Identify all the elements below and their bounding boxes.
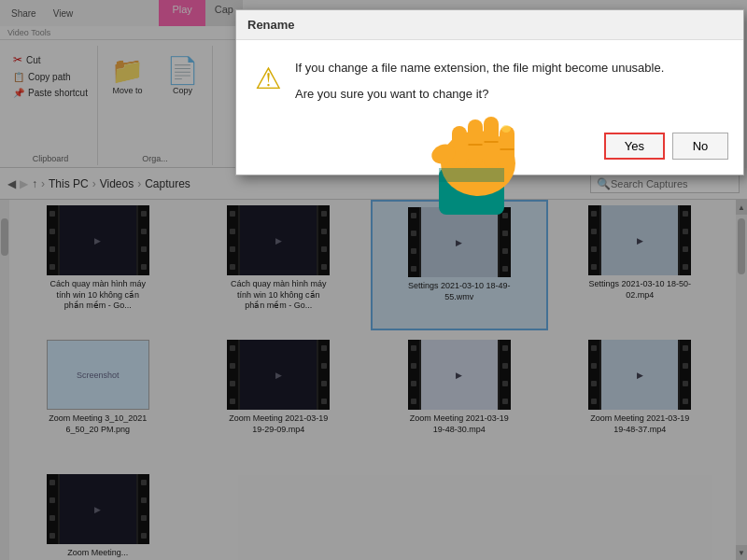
- rename-dialog: Rename ⚠ If you change a file name exten…: [235, 9, 744, 175]
- dialog-warning-row: ⚠ If you change a file name extension, t…: [255, 59, 725, 103]
- dialog-body: ⚠ If you change a file name extension, t…: [236, 40, 743, 123]
- dialog-question-text: Are you sure you want to change it?: [295, 85, 664, 104]
- dialog-titlebar: Rename: [236, 10, 743, 40]
- dialog-buttons: Yes No: [236, 123, 743, 175]
- yes-button[interactable]: Yes: [604, 133, 665, 160]
- no-button[interactable]: No: [672, 133, 728, 160]
- warning-icon: ⚠: [255, 61, 282, 96]
- dialog-warning-text: If you change a file name extension, the…: [295, 59, 664, 77]
